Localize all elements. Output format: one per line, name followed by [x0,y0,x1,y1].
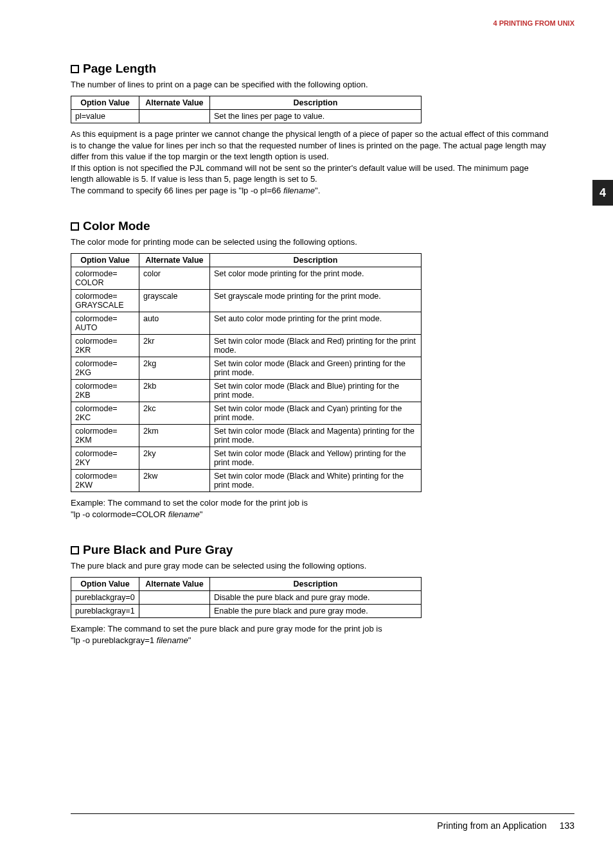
th-option-value: Option Value [71,578,139,591]
cell-option-value: colormode= GRAYSCALE [71,290,139,312]
filename-italic: filename [157,635,188,645]
table-header-row: Option Value Alternate Value Description [71,578,422,591]
cell-option-value: colormode= 2KC [71,402,139,425]
cell-alternate-value: grayscale [139,290,209,312]
th-option-value: Option Value [71,254,139,267]
cell-alternate-value: auto [139,312,209,335]
cell-description: Set twin color mode (Black and Yellow) p… [209,447,421,470]
table-row: colormode= 2KR2krSet twin color mode (Bl… [71,335,422,357]
table-row: pureblackgray=1Enable the pure black and… [71,605,422,618]
table-row: colormode= 2KC2kcSet twin color mode (Bl… [71,402,422,425]
cell-description: Disable the pure black and pure gray mod… [209,591,421,605]
table-header-row: Option Value Alternate Value Description [71,254,422,267]
heading-text: Color Mode [83,219,150,233]
cell-description: Set color mode printing for the print mo… [209,267,421,290]
tbody-color-mode: colormode= COLORcolorSet color mode prin… [71,267,422,492]
th-description: Description [209,578,421,591]
th-description: Description [209,96,421,110]
example-pbg-2: "lp -o pureblackgray=1 filename" [71,635,553,646]
text-pre: "lp -o pureblackgray=1 [71,635,157,645]
cell-alternate-value: 2kc [139,402,209,425]
cell-description: Set the lines per page to value. [209,110,421,123]
cell-alternate-value: color [139,267,209,290]
cell-option-value: colormode= 2KM [71,425,139,447]
example-color-mode-2: "lp -o colormode=COLOR filename" [71,509,553,520]
cell-alternate-value [139,591,209,605]
table-row: colormode= 2KG2kgSet twin color mode (Bl… [71,357,422,380]
bullet-icon [71,65,79,73]
th-alternate-value: Alternate Value [139,96,209,110]
text-pre: The command to specify 66 lines per page… [71,186,283,195]
filename-italic: filename [283,186,315,195]
para-page-length-1: As this equipment is a page printer we c… [71,128,553,163]
table-row: colormode= COLORcolorSet color mode prin… [71,267,422,290]
cell-alternate-value: 2kr [139,335,209,357]
th-option-value: Option Value [71,96,139,110]
cell-description: Enable the pure black and pure gray mode… [209,605,421,618]
text-post: ". [315,186,320,195]
cell-alternate-value: 2km [139,425,209,447]
table-row: colormode= AUTOautoSet auto color mode p… [71,312,422,335]
page-content: Page Length The number of lines to print… [71,62,553,646]
cell-option-value: colormode= 2KG [71,357,139,380]
table-row: colormode= 2KB2kbSet twin color mode (Bl… [71,380,422,402]
intro-page-length: The number of lines to print on a page c… [71,80,553,89]
page-number: 133 [560,820,574,831]
cell-alternate-value [139,110,209,123]
table-row: pl=valueSet the lines per page to value. [71,110,422,123]
cell-alternate-value: 2ky [139,447,209,470]
table-header-row: Option Value Alternate Value Description [71,96,422,110]
heading-pure-black-gray: Pure Black and Pure Gray [71,543,553,557]
table-row: colormode= 2KY2kySet twin color mode (Bl… [71,447,422,470]
bullet-icon [71,222,79,231]
cell-description: Set auto color mode printing for the pri… [209,312,421,335]
table-page-length: Option Value Alternate Value Description… [71,96,422,123]
text-pre: "lp -o colormode=COLOR [71,509,168,519]
heading-text: Page Length [83,62,156,76]
cell-description: Set grayscale mode printing for the prin… [209,290,421,312]
heading-text: Pure Black and Pure Gray [83,543,233,557]
intro-pure-black-gray: The pure black and pure gray mode can be… [71,561,553,571]
table-row: colormode= 2KW2kwSet twin color mode (Bl… [71,470,422,492]
example-pbg-1: Example: The command to set the pure bla… [71,623,553,635]
table-pure-black-gray: Option Value Alternate Value Description… [71,577,422,618]
cell-description: Set twin color mode (Black and Cyan) pri… [209,402,421,425]
cell-alternate-value: 2kb [139,380,209,402]
para-page-length-2: If this option is not specified the PJL … [71,163,553,185]
cell-description: Set twin color mode (Black and Magenta) … [209,425,421,447]
cell-option-value: pl=value [71,110,139,123]
heading-color-mode: Color Mode [71,219,553,233]
tbody-page-length: pl=valueSet the lines per page to value. [71,110,422,123]
text-post: " [200,509,203,519]
footer-title: Printing from an Application [437,820,546,831]
para-page-length-3: The command to specify 66 lines per page… [71,185,553,197]
table-row: colormode= GRAYSCALEgrayscaleSet graysca… [71,290,422,312]
intro-color-mode: The color mode for printing mode can be … [71,237,553,247]
cell-description: Set twin color mode (Black and Red) prin… [209,335,421,357]
cell-option-value: colormode= AUTO [71,312,139,335]
cell-option-value: colormode= COLOR [71,267,139,290]
heading-page-length: Page Length [71,62,553,76]
text-post: " [188,635,191,645]
cell-option-value: pureblackgray=0 [71,591,139,605]
cell-description: Set twin color mode (Black and Green) pr… [209,357,421,380]
th-description: Description [209,254,421,267]
cell-option-value: colormode= 2KB [71,380,139,402]
cell-option-value: colormode= 2KY [71,447,139,470]
th-alternate-value: Alternate Value [139,254,209,267]
cell-description: Set twin color mode (Black and Blue) pri… [209,380,421,402]
page-footer: Printing from an Application 133 [71,813,574,831]
cell-description: Set twin color mode (Black and White) pr… [209,470,421,492]
table-row: colormode= 2KM2kmSet twin color mode (Bl… [71,425,422,447]
table-color-mode: Option Value Alternate Value Description… [71,253,422,492]
cell-option-value: colormode= 2KR [71,335,139,357]
cell-alternate-value: 2kw [139,470,209,492]
th-alternate-value: Alternate Value [139,578,209,591]
running-header: 4 PRINTING FROM UNIX [493,19,574,27]
tbody-pure-black-gray: pureblackgray=0Disable the pure black an… [71,591,422,618]
example-color-mode-1: Example: The command to set the color mo… [71,497,553,509]
cell-option-value: colormode= 2KW [71,470,139,492]
chapter-tab: 4 [592,180,613,206]
table-row: pureblackgray=0Disable the pure black an… [71,591,422,605]
cell-alternate-value [139,605,209,618]
